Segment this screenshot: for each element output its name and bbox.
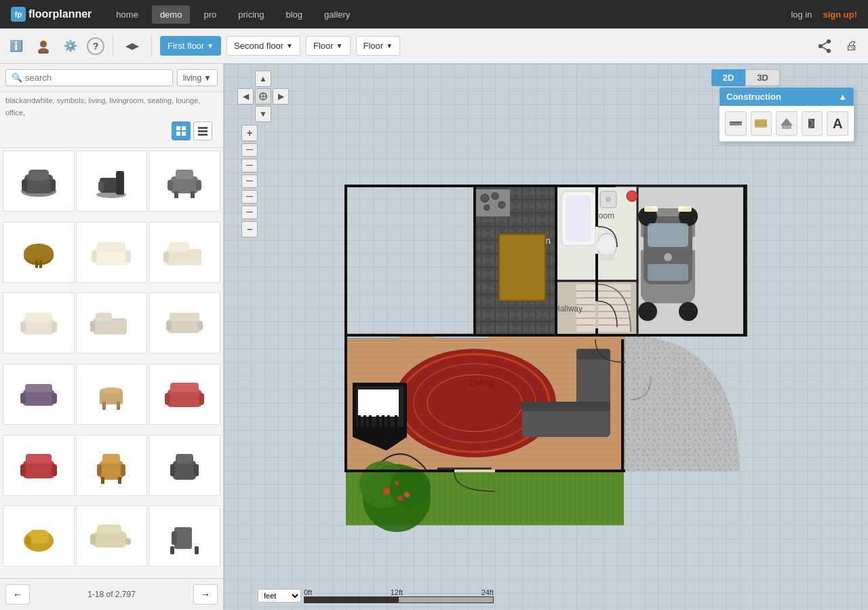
prev-page-button[interactable]: ←: [5, 584, 30, 605]
logo-icon: fp: [11, 7, 26, 22]
floor-3-button[interactable]: Floor ▼: [306, 36, 351, 56]
svg-rect-145: [566, 195, 591, 242]
roof-tool-button[interactable]: [776, 111, 797, 136]
signup-link[interactable]: sign up!: [823, 9, 857, 20]
svg-rect-46: [111, 318, 127, 335]
nav-pricing[interactable]: pricing: [230, 5, 272, 24]
svg-rect-83: [90, 534, 96, 545]
list-view-button[interactable]: [193, 121, 212, 140]
top-navigation: fp floorplanner home demo pro pricing bl…: [0, 0, 868, 28]
search-input[interactable]: [25, 73, 167, 83]
nav-home[interactable]: home: [108, 5, 146, 24]
nav-center-button[interactable]: [255, 88, 271, 104]
back-forward-buttons[interactable]: ◀▶: [121, 35, 143, 57]
next-page-button[interactable]: →: [193, 584, 218, 605]
door-tool-button[interactable]: [802, 111, 823, 136]
svg-rect-68: [26, 454, 52, 463]
print-button[interactable]: 🖨: [841, 35, 863, 57]
list-item[interactable]: [3, 435, 75, 496]
list-item[interactable]: [149, 222, 220, 283]
list-item[interactable]: [76, 506, 148, 567]
floor-4-button[interactable]: Floor ▼: [356, 36, 401, 56]
unit-selector[interactable]: feet meters: [258, 589, 301, 603]
svg-rect-168: [358, 389, 399, 417]
nav-demo[interactable]: demo: [152, 5, 191, 24]
svg-point-147: [606, 197, 611, 202]
svg-rect-198: [621, 334, 624, 472]
ruler-labels: 0ft 12ft 24ft: [304, 588, 494, 596]
search-input-wrap[interactable]: 🔍: [5, 69, 173, 86]
list-item[interactable]: [3, 506, 75, 567]
svg-rect-200: [595, 334, 746, 337]
toolbar: ℹ️ ⚙️ ? ◀▶ First floor ▼ Second floor ▼ …: [0, 28, 868, 64]
svg-rect-56: [25, 384, 52, 392]
3d-mode-button[interactable]: 3D: [745, 69, 780, 86]
navigation-controls: ▲ ◀ ▶ ▼: [237, 71, 289, 122]
list-item[interactable]: [76, 292, 148, 354]
text-tool-button[interactable]: A: [827, 111, 848, 136]
svg-rect-39: [163, 252, 169, 263]
sidebar: 🔍 living ▼ blackandwhite, symbols, livin…: [0, 64, 224, 610]
wall-tool-button[interactable]: [725, 111, 747, 136]
svg-rect-62: [165, 393, 170, 405]
list-item[interactable]: [3, 151, 75, 212]
list-item[interactable]: [76, 435, 148, 496]
svg-rect-170: [363, 415, 366, 429]
list-item[interactable]: [149, 151, 220, 212]
zoom-out-button[interactable]: −: [241, 221, 258, 237]
nav-down-button[interactable]: ▼: [255, 106, 271, 122]
toolbar-divider-2: [151, 36, 152, 56]
filter-button[interactable]: living ▼: [177, 69, 218, 86]
logo-text: floorplanner: [28, 8, 92, 20]
list-item[interactable]: [149, 364, 220, 425]
svg-rect-64: [170, 383, 199, 392]
nav-right-button[interactable]: ▶: [273, 88, 289, 104]
svg-point-30: [24, 244, 54, 263]
nav-up-button[interactable]: ▲: [255, 71, 271, 87]
first-floor-button[interactable]: First floor ▼: [160, 36, 221, 56]
2d-mode-button[interactable]: 2D: [711, 69, 746, 86]
floor-tool-button[interactable]: [751, 111, 772, 136]
list-item[interactable]: [3, 292, 75, 354]
grid-view-button[interactable]: [172, 121, 191, 140]
user-icon-button[interactable]: [33, 35, 54, 57]
nav-pro[interactable]: pro: [195, 5, 224, 24]
list-item[interactable]: [149, 435, 220, 496]
list-item[interactable]: [76, 151, 148, 212]
list-item[interactable]: [149, 506, 220, 567]
zoom-tick: —: [241, 159, 258, 172]
floor-plan[interactable]: Garage: [264, 91, 753, 541]
nav-left-button[interactable]: ◀: [237, 88, 254, 104]
nav-gallery[interactable]: gallery: [316, 5, 358, 24]
zoom-in-button[interactable]: +: [241, 125, 258, 141]
nav-right-actions: log in sign up!: [791, 9, 857, 20]
help-icon-button[interactable]: ?: [87, 37, 104, 55]
construction-panel-collapse[interactable]: ▲: [838, 92, 847, 102]
svg-rect-10: [182, 132, 186, 136]
search-icon: 🔍: [12, 73, 22, 83]
svg-rect-131: [644, 206, 658, 212]
share-button[interactable]: [814, 35, 835, 57]
toolbar-divider-1: [113, 36, 113, 56]
list-item[interactable]: [3, 364, 75, 425]
login-link[interactable]: log in: [791, 9, 812, 20]
svg-rect-77: [194, 464, 199, 476]
list-item[interactable]: [3, 222, 75, 283]
list-item[interactable]: [76, 364, 148, 425]
info-icon-button[interactable]: ℹ️: [5, 35, 27, 57]
svg-rect-66: [20, 464, 26, 476]
nav-blog[interactable]: blog: [278, 5, 311, 24]
second-floor-button[interactable]: Second floor ▼: [226, 36, 300, 56]
svg-rect-81: [26, 536, 31, 546]
svg-rect-72: [102, 454, 120, 463]
canvas-area[interactable]: ▲ ◀ ▶ ▼ + — — — — — −: [224, 64, 868, 610]
logo[interactable]: fp floorplanner: [11, 7, 92, 22]
svg-rect-194: [555, 185, 557, 337]
list-item[interactable]: [149, 292, 220, 354]
svg-rect-100: [808, 119, 814, 128]
list-item[interactable]: [76, 222, 148, 283]
settings-icon-button[interactable]: ⚙️: [60, 35, 81, 57]
svg-rect-70: [97, 464, 102, 476]
svg-rect-174: [387, 415, 390, 429]
svg-point-189: [395, 481, 399, 485]
